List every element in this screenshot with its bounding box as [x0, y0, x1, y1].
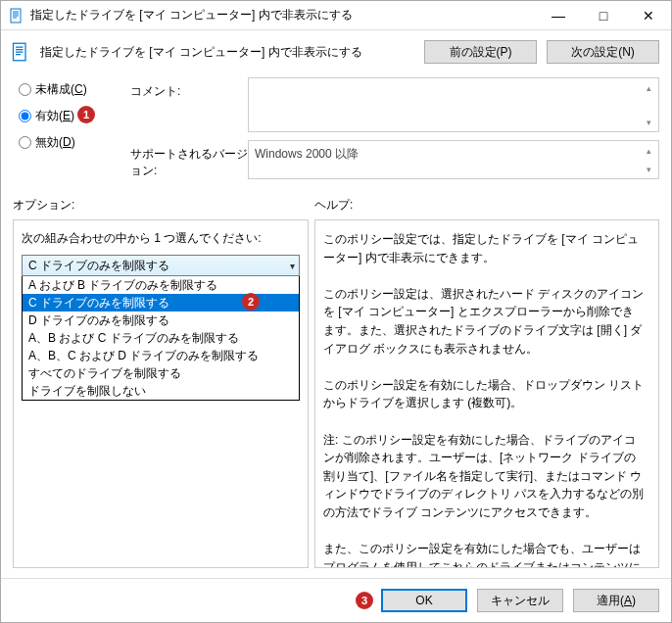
comment-label: コメント: [130, 77, 248, 132]
radio-disabled-label: 無効(D) [35, 134, 75, 151]
scroll-down-icon[interactable]: ▾ [641, 114, 657, 130]
radio-not-configured-input[interactable] [19, 83, 31, 96]
supported-row: サポートされるバージョン: Windows 2000 以降 ▴ ▾ [130, 140, 659, 179]
policy-icon [11, 42, 30, 62]
window-title: 指定したドライブを [マイ コンピューター] 内で非表示にする [30, 7, 536, 24]
comment-row: コメント: ▴ ▾ [130, 77, 659, 132]
annotation-badge-3: 3 [356, 592, 373, 609]
scroll-down-icon[interactable]: ▾ [641, 161, 657, 177]
radio-not-configured[interactable]: 未構成(C) [19, 81, 117, 98]
chevron-down-icon: ▾ [290, 261, 295, 271]
drive-combo[interactable]: C ドライブのみを制限する ▾ [22, 255, 300, 276]
close-button[interactable]: ✕ [626, 1, 671, 30]
comment-textbox[interactable]: ▴ ▾ [248, 77, 659, 132]
footer: 3 OK キャンセル 適用(A) [1, 578, 671, 622]
scroll-up-icon[interactable]: ▴ [641, 79, 657, 96]
radio-enabled-label: 有効(E) [35, 108, 74, 124]
state-radios: 未構成(C) 有効(E) 1 無効(D) [19, 77, 117, 187]
info-column: コメント: ▴ ▾ サポートされるバージョン: Windows 2000 以降 … [130, 77, 659, 187]
next-setting-button[interactable]: 次の設定(N) [547, 40, 659, 64]
drive-option[interactable]: D ドライブのみを制限する [23, 312, 299, 329]
ok-button[interactable]: OK [381, 589, 467, 612]
config-area: 未構成(C) 有効(E) 1 無効(D) コメント: ▴ ▾ [1, 73, 671, 191]
help-label: ヘルプ: [314, 197, 659, 214]
header-row: 指定したドライブを [マイ コンピューター] 内で非表示にする 前の設定(P) … [1, 30, 671, 73]
supported-label: サポートされるバージョン: [130, 140, 248, 179]
drive-option[interactable]: C ドライブのみを制限する2 [23, 294, 299, 312]
help-panel: このポリシー設定では、指定したドライブを [マイ コンピューター] 内で非表示に… [314, 219, 659, 568]
radio-disabled-input[interactable] [19, 136, 31, 149]
previous-setting-button[interactable]: 前の設定(P) [424, 40, 537, 64]
annotation-badge-1: 1 [77, 106, 95, 123]
minimize-button[interactable]: — [536, 1, 581, 30]
drive-option[interactable]: A および B ドライブのみを制限する [23, 276, 299, 294]
radio-disabled[interactable]: 無効(D) [19, 134, 117, 151]
drive-combo-value: C ドライブのみを制限する [28, 258, 169, 274]
policy-dialog: 指定したドライブを [マイ コンピューター] 内で非表示にする — □ ✕ 指定… [0, 0, 672, 623]
supported-textbox: Windows 2000 以降 ▴ ▾ [248, 140, 659, 179]
window-controls: — □ ✕ [536, 1, 671, 30]
annotation-badge-2: 2 [242, 293, 260, 311]
drive-option[interactable]: ドライブを制限しない [23, 382, 299, 400]
document-icon [9, 8, 24, 24]
titlebar: 指定したドライブを [マイ コンピューター] 内で非表示にする — □ ✕ [1, 1, 671, 30]
radio-enabled-input[interactable] [19, 110, 31, 122]
options-instruction: 次の組み合わせの中から 1 つ選んでください: [22, 230, 300, 247]
options-panel: 次の組み合わせの中から 1 つ選んでください: C ドライブのみを制限する ▾ … [13, 219, 309, 568]
help-text: このポリシー設定では、指定したドライブを [マイ コンピューター] 内で非表示に… [323, 230, 650, 568]
drive-option[interactable]: A、B、C および D ドライブのみを制限する [23, 347, 299, 364]
drive-option[interactable]: すべてのドライブを制限する [23, 364, 299, 382]
policy-title: 指定したドライブを [マイ コンピューター] 内で非表示にする [40, 44, 414, 61]
drive-listbox[interactable]: A および B ドライブのみを制限するC ドライブのみを制限する2D ドライブの… [22, 276, 300, 401]
scroll-up-icon[interactable]: ▴ [641, 142, 657, 159]
cancel-button[interactable]: キャンセル [477, 589, 563, 612]
radio-enabled[interactable]: 有効(E) 1 [19, 108, 117, 124]
drive-option[interactable]: A、B および C ドライブのみを制限する [23, 329, 299, 347]
section-labels: オプション: ヘルプ: [1, 191, 671, 219]
radio-not-configured-label: 未構成(C) [35, 81, 87, 98]
options-label: オプション: [13, 197, 314, 214]
apply-button[interactable]: 適用(A) [573, 589, 659, 612]
panels: 次の組み合わせの中から 1 つ選んでください: C ドライブのみを制限する ▾ … [1, 219, 671, 578]
maximize-button[interactable]: □ [581, 1, 626, 30]
